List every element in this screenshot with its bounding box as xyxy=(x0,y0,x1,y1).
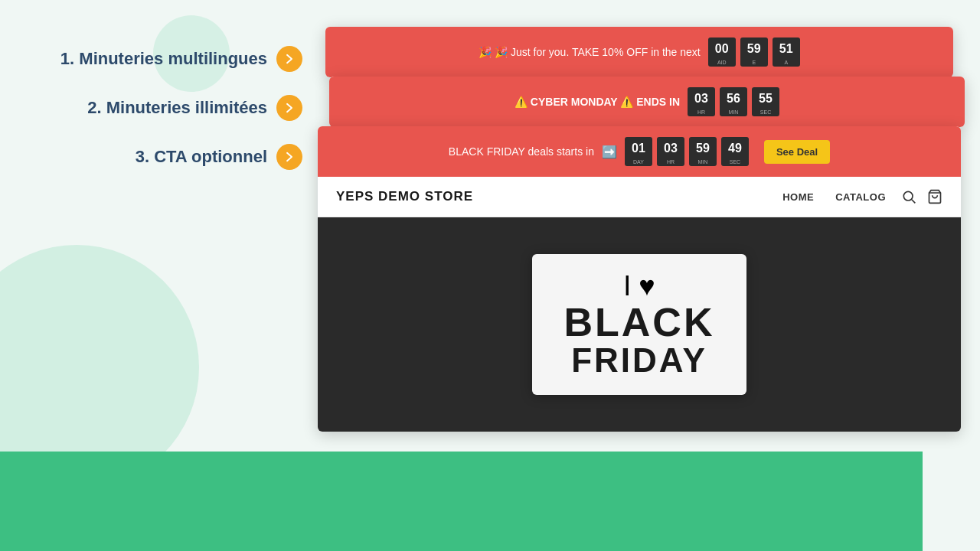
browser-window-2: ⚠️ CYBER MONDAY ⚠️ ENDS IN 03 HR 56 MIN … xyxy=(329,77,965,127)
banner-1-text: 🎉 🎉 Just for you. TAKE 10% OFF in the ne… xyxy=(479,46,700,58)
banner-3: BLACK FRIDAY deals starts in ➡️ 01 DAY 0… xyxy=(318,126,961,177)
banner-3-text: BLACK FRIDAY deals starts in xyxy=(449,145,594,158)
countdown-2-seconds: 55 SEC xyxy=(752,87,779,116)
banner-2: ⚠️ CYBER MONDAY ⚠️ ENDS IN 03 HR 56 MIN … xyxy=(329,77,965,127)
nav-links: HOME CATALOG xyxy=(782,191,886,203)
menu-item-3-label: 3. CTA optionnel xyxy=(136,147,267,167)
menu-item-1-label: 1. Minuteries multilingues xyxy=(60,49,267,69)
countdown-3-days: 01 DAY xyxy=(625,137,652,166)
hero-line1: I ♥ xyxy=(555,269,724,302)
green-bar xyxy=(0,452,923,551)
menu-item-3-arrow[interactable] xyxy=(276,144,302,170)
svg-point-0 xyxy=(903,191,913,201)
countdown-2-hours: 03 HR xyxy=(688,87,715,116)
nav-link-home[interactable]: HOME xyxy=(782,191,814,203)
countdown-1: 00 AID 59 E 51 A xyxy=(708,37,800,67)
countdown-3: 01 DAY 03 HR 59 MIN 49 SEC xyxy=(625,137,749,166)
hero-line3: FRIDAY xyxy=(555,342,724,379)
store-logo: YEPS DEMO STORE xyxy=(336,189,782,204)
banner-2-text: ⚠️ CYBER MONDAY ⚠️ ENDS IN xyxy=(514,96,680,108)
menu-items: 1. Minuteries multilingues 2. Minuteries… xyxy=(0,23,318,170)
see-deal-button[interactable]: See Deal xyxy=(764,140,830,164)
menu-item-1-arrow[interactable] xyxy=(276,46,302,72)
menu-item-3[interactable]: 3. CTA optionnel xyxy=(15,144,302,170)
menu-item-2-label: 2. Minuteries illimitées xyxy=(87,98,267,118)
svg-line-1 xyxy=(912,200,916,204)
browser-window-3: BLACK FRIDAY deals starts in ➡️ 01 DAY 0… xyxy=(318,126,961,432)
countdown-1-minutes: 59 E xyxy=(740,37,768,67)
hero-area: I ♥ BLACK FRIDAY xyxy=(318,217,961,432)
menu-item-2[interactable]: 2. Minuteries illimitées xyxy=(15,95,302,121)
countdown-2: 03 HR 56 MIN 55 SEC xyxy=(688,87,779,116)
countdown-3-minutes: 59 MIN xyxy=(689,137,717,166)
cart-icon[interactable] xyxy=(927,189,942,204)
countdown-3-seconds: 49 SEC xyxy=(721,137,749,166)
lightbox-card: I ♥ BLACK FRIDAY xyxy=(532,254,746,395)
banner-1: 🎉 🎉 Just for you. TAKE 10% OFF in the ne… xyxy=(325,27,953,77)
arrow-right-icon-1 xyxy=(283,52,296,66)
hero-line2: BLACK xyxy=(555,302,724,342)
countdown-1-seconds: 51 A xyxy=(773,37,800,67)
nav-link-catalog[interactable]: CATALOG xyxy=(835,191,886,203)
nav-icons xyxy=(901,189,942,204)
search-icon[interactable] xyxy=(901,189,916,204)
browser-window-1: 🎉 🎉 Just for you. TAKE 10% OFF in the ne… xyxy=(325,27,953,77)
menu-item-2-arrow[interactable] xyxy=(276,95,302,121)
arrow-right-icon-3 xyxy=(283,150,296,164)
countdown-1-hours: 00 AID xyxy=(708,37,736,67)
arrow-right-icon-2 xyxy=(283,101,296,115)
countdown-3-hours: 03 HR xyxy=(657,137,684,166)
browser-stack: 🎉 🎉 Just for you. TAKE 10% OFF in the ne… xyxy=(318,27,969,452)
store-nav: YEPS DEMO STORE HOME CATALOG xyxy=(318,177,961,217)
countdown-2-minutes: 56 MIN xyxy=(720,87,747,116)
banner-3-arrow: ➡️ xyxy=(602,145,617,159)
menu-item-1[interactable]: 1. Minuteries multilingues xyxy=(15,46,302,72)
